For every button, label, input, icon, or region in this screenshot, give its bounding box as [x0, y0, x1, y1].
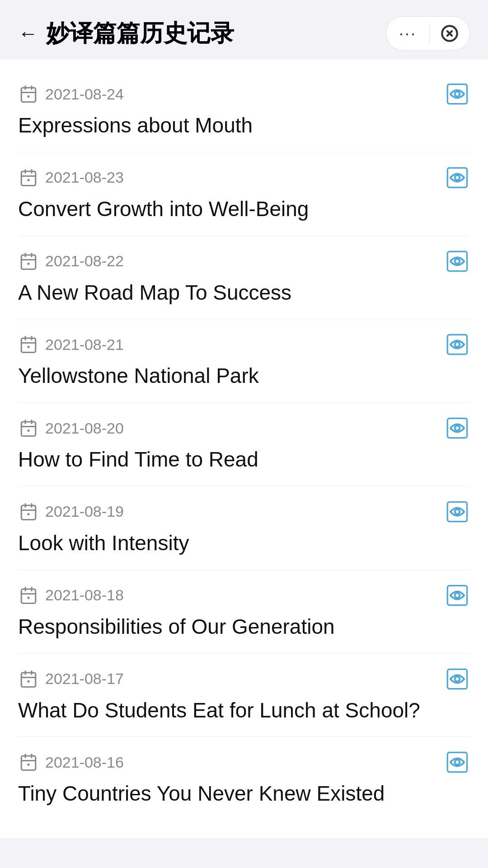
svg-point-9	[455, 92, 460, 97]
item-title: A New Road Map To Success	[18, 279, 470, 307]
svg-rect-45	[21, 589, 36, 604]
header-left: ← 妙译篇篇历史记录	[18, 18, 234, 49]
calendar-icon	[18, 84, 39, 104]
item-date: 2021-08-18	[45, 586, 124, 604]
list-item[interactable]: 2021-08-24 Expressions about Mouth	[18, 69, 470, 152]
list-item[interactable]: 2021-08-18 Responsibilities of Our Gener…	[18, 570, 470, 654]
eye-icon[interactable]	[445, 666, 470, 692]
svg-rect-38	[21, 505, 36, 520]
svg-rect-17	[21, 255, 36, 269]
item-date-row: 2021-08-18	[18, 585, 124, 606]
item-date: 2021-08-20	[45, 420, 124, 437]
eye-icon[interactable]	[445, 165, 470, 190]
eye-icon[interactable]	[445, 249, 470, 274]
close-button[interactable]	[430, 17, 469, 50]
item-header: 2021-08-21	[18, 332, 470, 357]
calendar-icon	[18, 334, 39, 355]
svg-rect-52	[21, 673, 36, 687]
svg-point-35	[27, 429, 29, 432]
eye-icon[interactable]	[445, 499, 470, 524]
item-date: 2021-08-16	[45, 754, 124, 771]
calendar-icon	[18, 251, 39, 272]
item-date: 2021-08-24	[45, 85, 124, 103]
svg-point-23	[455, 259, 460, 264]
eye-icon[interactable]	[445, 81, 470, 107]
item-date-row: 2021-08-20	[18, 418, 124, 439]
svg-point-42	[27, 513, 29, 515]
item-date-row: 2021-08-24	[18, 84, 124, 104]
item-header: 2021-08-23	[18, 165, 470, 190]
item-header: 2021-08-16	[18, 750, 470, 775]
svg-point-37	[455, 426, 460, 431]
item-date-row: 2021-08-16	[18, 752, 124, 773]
item-date-row: 2021-08-17	[18, 669, 124, 689]
svg-point-56	[27, 680, 29, 682]
item-header: 2021-08-19	[18, 499, 470, 524]
calendar-icon	[18, 585, 39, 606]
svg-rect-31	[21, 422, 36, 436]
svg-point-63	[27, 764, 29, 766]
history-list: 2021-08-24 Expressions about Mouth	[0, 60, 488, 838]
item-date: 2021-08-22	[45, 252, 124, 270]
svg-rect-3	[21, 88, 36, 102]
item-date: 2021-08-23	[45, 169, 124, 186]
calendar-icon	[18, 501, 39, 522]
item-title: What Do Students Eat for Lunch at School…	[18, 697, 470, 724]
item-date: 2021-08-21	[45, 336, 124, 354]
item-date-row: 2021-08-23	[18, 167, 124, 188]
eye-icon[interactable]	[445, 750, 470, 775]
item-date-row: 2021-08-22	[18, 251, 124, 272]
svg-point-21	[27, 262, 29, 264]
item-date: 2021-08-19	[45, 503, 124, 520]
calendar-icon	[18, 669, 39, 689]
item-date-row: 2021-08-21	[18, 334, 124, 355]
svg-rect-59	[21, 756, 36, 770]
item-title: Responsibilities of Our Generation	[18, 613, 470, 641]
svg-point-30	[455, 342, 460, 347]
more-button[interactable]: ···	[386, 17, 429, 50]
page-title: 妙译篇篇历史记录	[46, 18, 234, 49]
svg-point-28	[27, 346, 29, 348]
item-header: 2021-08-18	[18, 583, 470, 608]
svg-rect-24	[21, 338, 36, 353]
svg-point-44	[455, 509, 460, 514]
item-title: Tiny Countries You Never Knew Existed	[18, 780, 470, 807]
svg-point-51	[455, 593, 460, 598]
item-title: Yellowstone National Park	[18, 363, 470, 390]
item-header: 2021-08-24	[18, 81, 470, 107]
list-item[interactable]: 2021-08-17 What Do Students Eat for Lunc…	[18, 654, 470, 737]
svg-rect-10	[21, 171, 36, 186]
item-title: Expressions about Mouth	[18, 112, 470, 139]
item-title: How to Find Time to Read	[18, 446, 470, 473]
calendar-icon	[18, 752, 39, 773]
list-item[interactable]: 2021-08-23 Convert Growth into Well-Bein…	[18, 152, 470, 236]
item-header: 2021-08-17	[18, 666, 470, 692]
eye-icon[interactable]	[445, 415, 470, 441]
item-date: 2021-08-17	[45, 670, 124, 688]
svg-point-58	[455, 676, 460, 681]
svg-point-14	[27, 179, 29, 181]
header-actions: ···	[386, 16, 470, 51]
svg-point-7	[27, 95, 29, 98]
calendar-icon	[18, 418, 39, 439]
list-item[interactable]: 2021-08-19 Look with Intensity	[18, 486, 470, 570]
svg-point-65	[455, 760, 460, 765]
item-title: Convert Growth into Well-Being	[18, 196, 470, 223]
eye-icon[interactable]	[445, 583, 470, 608]
list-item[interactable]: 2021-08-16 Tiny Countries You Never Knew…	[18, 737, 470, 820]
list-item[interactable]: 2021-08-20 How to Find Time to Read	[18, 403, 470, 486]
list-item[interactable]: 2021-08-21 Yellowstone National Park	[18, 319, 470, 403]
eye-icon[interactable]	[445, 332, 470, 357]
item-header: 2021-08-22	[18, 249, 470, 274]
item-header: 2021-08-20	[18, 415, 470, 441]
calendar-icon	[18, 167, 39, 188]
svg-point-16	[455, 175, 460, 180]
item-title: Look with Intensity	[18, 530, 470, 557]
svg-point-49	[27, 596, 29, 599]
item-date-row: 2021-08-19	[18, 501, 124, 522]
back-button[interactable]: ←	[18, 24, 38, 43]
header: ← 妙译篇篇历史记录 ···	[0, 0, 488, 60]
list-item[interactable]: 2021-08-22 A New Road Map To Success	[18, 236, 470, 320]
